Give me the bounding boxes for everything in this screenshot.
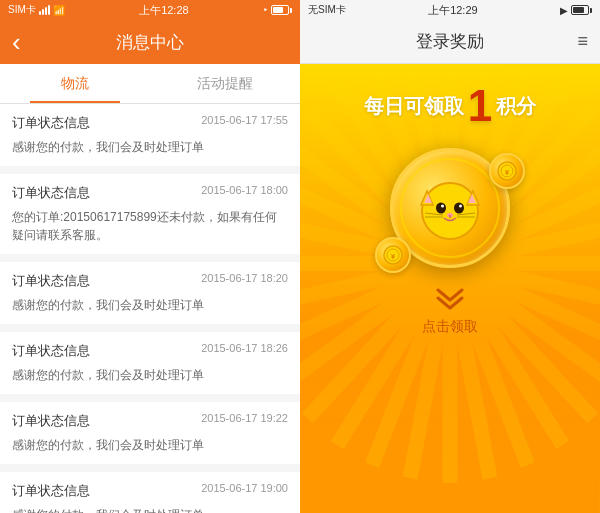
click-to-get-label[interactable]: 点击领取 (422, 318, 478, 336)
small-coin-right: ¥ (489, 153, 525, 189)
message-item-0[interactable]: 订单状态信息 2015-06-17 17:55 感谢您的付款，我们会及时处理订单 (0, 104, 300, 166)
page-title-right: 登录奖励 (416, 30, 484, 53)
small-coin-icon-right: ¥ (497, 161, 517, 181)
svg-point-39 (454, 203, 464, 214)
status-right-left-items: 无SIM卡 (308, 3, 346, 17)
message-item-3[interactable]: 订单状态信息 2015-06-17 18:26 感谢您的付款，我们会及时处理订单 (0, 332, 300, 394)
location-icon-right: ▶ (560, 5, 568, 16)
message-header-3: 订单状态信息 2015-06-17 18:26 (12, 342, 288, 360)
status-bar-left: SIM卡 📶 上午12:28 ‣ (0, 0, 300, 20)
reward-header: 每日可领取 1 积分 (364, 84, 536, 128)
back-button[interactable]: ‹ (12, 29, 21, 55)
time-display-right: 上午12:29 (428, 3, 478, 18)
message-title-5: 订单状态信息 (12, 482, 90, 500)
message-title-1: 订单状态信息 (12, 184, 90, 202)
message-content-5: 感谢您的付款，我们会及时处理订单 (12, 506, 288, 513)
signal-icon (39, 5, 50, 15)
message-time-0: 2015-06-17 17:55 (201, 114, 288, 132)
coin-inner (400, 158, 500, 258)
message-content-0: 感谢您的付款，我们会及时处理订单 (12, 138, 288, 156)
message-time-5: 2015-06-17 19:00 (201, 482, 288, 500)
cat-face-icon (415, 173, 485, 243)
small-coin-icon-left: ¥ (383, 245, 403, 265)
status-bar-right: 无SIM卡 上午12:29 ▶ (300, 0, 600, 20)
daily-prefix: 每日可领取 (364, 93, 464, 120)
svg-point-33 (422, 183, 478, 239)
left-phone: SIM卡 📶 上午12:28 ‣ ‹ 消息中心 物流 (0, 0, 300, 513)
message-header-2: 订单状态信息 2015-06-17 18:20 (12, 272, 288, 290)
message-item-4[interactable]: 订单状态信息 2015-06-17 19:22 感谢您的付款，我们会及时处理订单 (0, 402, 300, 464)
svg-text:¥: ¥ (505, 168, 510, 177)
message-title-3: 订单状态信息 (12, 342, 90, 360)
svg-point-41 (459, 205, 462, 208)
location-icon: ‣ (263, 5, 268, 15)
message-header-1: 订单状态信息 2015-06-17 18:00 (12, 184, 288, 202)
message-header-5: 订单状态信息 2015-06-17 19:00 (12, 482, 288, 500)
status-left-items: SIM卡 📶 (8, 3, 65, 17)
message-content-3: 感谢您的付款，我们会及时处理订单 (12, 366, 288, 384)
message-content-4: 感谢您的付款，我们会及时处理订单 (12, 436, 288, 454)
message-content-2: 感谢您的付款，我们会及时处理订单 (12, 296, 288, 314)
tab-logistics[interactable]: 物流 (0, 64, 150, 103)
reward-main[interactable]: 每日可领取 1 积分 (300, 64, 600, 513)
message-time-4: 2015-06-17 19:22 (201, 412, 288, 430)
points-number: 1 (468, 84, 492, 128)
points-suffix: 积分 (496, 93, 536, 120)
small-coin-left: ¥ (375, 237, 411, 273)
message-item-2[interactable]: 订单状态信息 2015-06-17 18:20 感谢您的付款，我们会及时处理订单 (0, 262, 300, 324)
page-title-left: 消息中心 (116, 31, 184, 54)
coin-container[interactable]: ¥ ¥ (390, 148, 510, 268)
message-item-1[interactable]: 订单状态信息 2015-06-17 18:00 您的订单:20150617175… (0, 174, 300, 254)
carrier-label: SIM卡 (8, 3, 36, 17)
message-time-2: 2015-06-17 18:20 (201, 272, 288, 290)
no-sim-label: 无SIM卡 (308, 3, 346, 17)
messages-list[interactable]: 订单状态信息 2015-06-17 17:55 感谢您的付款，我们会及时处理订单… (0, 104, 300, 513)
tabs-bar: 物流 活动提醒 (0, 64, 300, 104)
svg-point-38 (436, 203, 446, 214)
nav-bar-left: ‹ 消息中心 (0, 20, 300, 64)
wifi-icon: 📶 (53, 5, 65, 16)
message-item-5[interactable]: 订单状态信息 2015-06-17 19:00 感谢您的付款，我们会及时处理订单 (0, 472, 300, 513)
message-title-4: 订单状态信息 (12, 412, 90, 430)
click-arrow (435, 288, 465, 310)
message-title-0: 订单状态信息 (12, 114, 90, 132)
message-title-2: 订单状态信息 (12, 272, 90, 290)
message-time-1: 2015-06-17 18:00 (201, 184, 288, 202)
time-display-left: 上午12:28 (139, 3, 189, 18)
menu-icon[interactable]: ≡ (577, 31, 588, 52)
status-right-right-items: ▶ (560, 5, 592, 16)
message-time-3: 2015-06-17 18:26 (201, 342, 288, 360)
nav-bar-right: 登录奖励 ≡ (300, 20, 600, 64)
svg-point-40 (441, 205, 444, 208)
status-right-items: ‣ (263, 5, 292, 15)
battery-icon (271, 5, 292, 15)
tab-activity[interactable]: 活动提醒 (150, 64, 300, 103)
message-header-4: 订单状态信息 2015-06-17 19:22 (12, 412, 288, 430)
chevron-down-icon (435, 288, 465, 310)
message-content-1: 您的订单:20150617175899还未付款，如果有任何疑问请联系客服。 (12, 208, 288, 244)
battery-icon-right (571, 5, 592, 15)
right-phone: 无SIM卡 上午12:29 ▶ 登录奖励 ≡ (300, 0, 600, 513)
message-header-0: 订单状态信息 2015-06-17 17:55 (12, 114, 288, 132)
svg-text:¥: ¥ (391, 252, 396, 261)
